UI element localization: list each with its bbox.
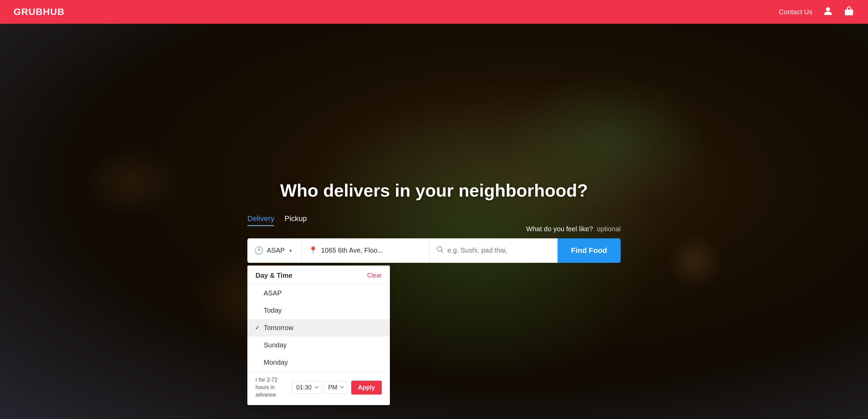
apply-button[interactable]: Apply	[351, 381, 382, 395]
address-input[interactable]	[321, 247, 422, 254]
bag-icon[interactable]	[844, 5, 854, 19]
tab-pickup[interactable]: Pickup	[284, 214, 307, 226]
hero-section: Who delivers in your neighborhood? Deliv…	[0, 24, 868, 419]
header-right: Contact Us	[779, 5, 854, 19]
food-search-wrapper	[430, 238, 557, 263]
search-bar: 🕐 ASAP ▾ 📍 Find Food	[247, 238, 621, 263]
svg-rect-1	[845, 10, 853, 15]
search-icon	[436, 246, 444, 255]
time-row: r for 2-72 hours in advance 01:30 02:00 …	[247, 371, 390, 405]
day-item-sunday[interactable]: Sunday	[247, 336, 390, 354]
svg-point-0	[826, 7, 830, 11]
header: GRUBHUB Contact Us	[0, 0, 868, 24]
day-time-dropdown: Day & Time Clear ASAP Today Tomorrow Sun…	[247, 266, 390, 405]
logo: GRUBHUB	[14, 6, 64, 17]
ampm-select[interactable]: PM AM	[324, 381, 347, 394]
find-food-button[interactable]: Find Food	[558, 238, 621, 263]
time-selector[interactable]: 🕐 ASAP ▾	[247, 238, 302, 263]
address-field-wrapper: 📍	[302, 238, 430, 263]
dropdown-header: Day & Time Clear	[247, 266, 390, 284]
svg-line-3	[441, 251, 443, 253]
day-item-asap[interactable]: ASAP	[247, 285, 390, 302]
time-select[interactable]: 01:30 02:00 02:30	[292, 381, 322, 394]
time-label: ASAP	[267, 247, 285, 254]
chevron-down-icon: ▾	[289, 248, 292, 253]
tab-delivery[interactable]: Delivery	[247, 214, 274, 226]
hero-title: Who delivers in your neighborhood?	[280, 180, 588, 201]
day-item-monday[interactable]: Monday	[247, 354, 390, 371]
pin-icon: 📍	[308, 246, 318, 255]
user-icon[interactable]	[823, 5, 833, 19]
day-list: ASAP Today Tomorrow Sunday Monday	[247, 284, 390, 371]
time-selects: 01:30 02:00 02:30 PM AM Apply	[292, 381, 382, 395]
clock-icon: 🕐	[254, 246, 263, 255]
feel-like-optional: optional	[597, 225, 621, 233]
food-search-input[interactable]	[447, 247, 550, 254]
clear-button[interactable]: Clear	[367, 272, 382, 279]
hero-content: Who delivers in your neighborhood? Deliv…	[230, 180, 638, 263]
day-item-today[interactable]: Today	[247, 302, 390, 319]
day-item-tomorrow[interactable]: Tomorrow	[247, 319, 390, 336]
advance-text: r for 2-72 hours in advance	[256, 376, 292, 399]
delivery-tabs: Delivery Pickup	[247, 214, 307, 226]
contact-us-link[interactable]: Contact Us	[779, 8, 812, 16]
feel-like-label: What do you feel like? optional	[526, 225, 621, 233]
dropdown-title: Day & Time	[256, 272, 293, 279]
